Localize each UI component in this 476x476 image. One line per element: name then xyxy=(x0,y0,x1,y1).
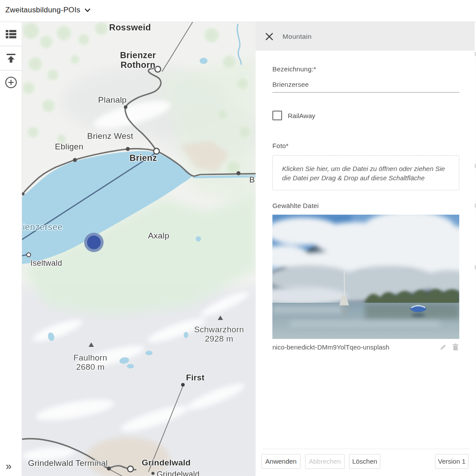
panel-header: Mountain xyxy=(256,22,476,51)
double-chevron-right-icon: » xyxy=(6,460,11,472)
delete-button[interactable]: Löschen xyxy=(349,454,380,469)
map-graphics xyxy=(22,22,256,476)
close-icon[interactable] xyxy=(265,32,274,41)
left-toolbar: » xyxy=(0,22,22,476)
map-label-iseltwald: Iseltwald xyxy=(30,259,62,268)
map-canvas[interactable]: Rossweid Brienzer Rothorn Planalp Brienz… xyxy=(22,22,256,476)
chevron-down-icon xyxy=(85,8,90,12)
add-point-button[interactable] xyxy=(0,71,22,94)
bezeichnung-label: Bezeichnung:* xyxy=(272,65,316,73)
map-label-brienzer-rothorn: Brienzer Rothorn xyxy=(120,50,156,70)
delete-file-icon[interactable] xyxy=(452,343,459,351)
map-label-grindelwald-terminal: Grindelwald Terminal xyxy=(28,458,108,468)
footer-divider xyxy=(262,449,469,449)
bezeichnung-input[interactable]: Brienzersee xyxy=(272,77,459,93)
selected-file-photo xyxy=(272,215,459,339)
upload-button[interactable] xyxy=(0,46,22,71)
file-dropzone[interactable]: Klicken Sie hier, um die Datei zu öffnen… xyxy=(272,155,459,190)
workspace-selector[interactable]: Zweitausbildung-POIs xyxy=(5,6,90,15)
selected-file-label: Gewählte Datei xyxy=(272,202,319,209)
layer-list-button[interactable] xyxy=(0,22,22,46)
cancel-button[interactable]: Abbrechen xyxy=(305,454,345,469)
poi-marker[interactable] xyxy=(84,233,104,252)
railaway-label: RailAway xyxy=(288,112,315,119)
map-label-grindelwald: Grindelwald xyxy=(142,458,191,467)
expand-toolbar-button[interactable]: » xyxy=(6,461,11,472)
map-label-axalp: Axalp xyxy=(148,231,170,240)
stream xyxy=(237,24,241,65)
apply-button[interactable]: Anwenden xyxy=(261,454,301,469)
selected-file-name: nico-benedickt-DMm9YolTqeo-unsplash xyxy=(272,343,435,351)
attribute-panel: Mountain Bezeichnung:* Brienzersee RailA… xyxy=(256,22,476,476)
map-label-brienz-west: Brienz West xyxy=(87,131,133,141)
map-label-b-cut: B xyxy=(249,175,255,184)
top-bar: Zweitausbildung-POIs xyxy=(0,0,476,22)
dropzone-hint: Klicken Sie hier, um die Datei zu öffnen… xyxy=(282,164,451,182)
foto-label: Foto* xyxy=(272,142,289,149)
map-label-planalp: Planalp xyxy=(98,95,127,104)
panel-title: Mountain xyxy=(283,33,312,41)
map-label-brienzersee-lake: ienzersee xyxy=(23,222,63,232)
map-label-ebligen: Ebligen xyxy=(55,142,84,151)
railaway-checkbox[interactable] xyxy=(272,111,282,120)
edit-file-icon[interactable] xyxy=(439,343,447,351)
map-label-first: First xyxy=(186,373,205,382)
upload-icon xyxy=(6,53,16,63)
map-label-faulhorn: Faulhorn 2680 m xyxy=(74,353,108,372)
railaway-checkbox-row[interactable]: RailAway xyxy=(272,111,315,120)
version-button[interactable]: Version 1 xyxy=(435,454,469,469)
map-label-schwarzhorn: Schwarzhorn 2928 m xyxy=(194,325,244,344)
map-label-brienz: Brienz xyxy=(130,153,157,163)
map-label-grindelwald-2: Grindelwald xyxy=(156,470,199,476)
selected-file-row: nico-benedickt-DMm9YolTqeo-unsplash xyxy=(272,343,459,351)
add-icon xyxy=(5,76,17,89)
workspace-title: Zweitausbildung-POIs xyxy=(5,6,80,15)
river-aare xyxy=(193,176,256,177)
map-label-rossweid: Rossweid xyxy=(109,22,151,32)
layer-list-icon xyxy=(6,30,16,38)
